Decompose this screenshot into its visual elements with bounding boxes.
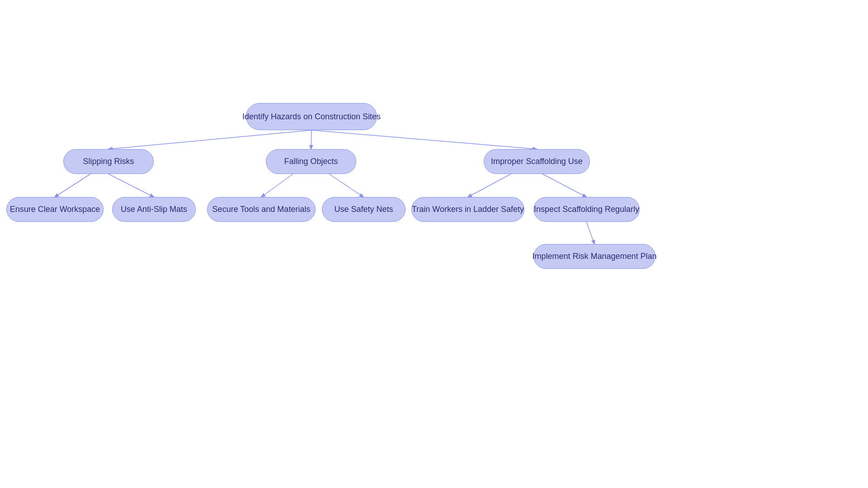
svg-line-7 xyxy=(468,174,511,197)
svg-line-8 xyxy=(542,174,586,197)
node-root-label: Identify Hazards on Construction Sites xyxy=(242,112,381,122)
node-ensure-label: Ensure Clear Workspace xyxy=(10,205,100,214)
svg-line-9 xyxy=(586,222,594,244)
node-improper: Improper Scaffolding Use xyxy=(484,149,590,174)
node-antislip-label: Use Anti-Slip Mats xyxy=(121,205,187,214)
node-improper-label: Improper Scaffolding Use xyxy=(491,157,583,166)
node-safety-nets-label: Use Safety Nets xyxy=(334,205,393,214)
node-train: Train Workers in Ladder Safety xyxy=(411,197,524,222)
node-secure: Secure Tools and Materials xyxy=(207,197,316,222)
connections-svg xyxy=(0,0,868,488)
node-implement-label: Implement Risk Management Plan xyxy=(532,252,656,261)
node-root: Identify Hazards on Construction Sites xyxy=(246,103,377,130)
node-inspect: Inspect Scaffolding Regularly xyxy=(533,197,640,222)
diagram-container: Identify Hazards on Construction Sites S… xyxy=(0,0,868,488)
node-implement: Implement Risk Management Plan xyxy=(533,244,656,269)
node-inspect-label: Inspect Scaffolding Regularly xyxy=(534,205,639,214)
svg-line-4 xyxy=(108,174,154,197)
node-ensure: Ensure Clear Workspace xyxy=(6,197,104,222)
node-safety-nets: Use Safety Nets xyxy=(322,197,406,222)
node-secure-label: Secure Tools and Materials xyxy=(212,205,311,214)
node-train-label: Train Workers in Ladder Safety xyxy=(412,205,524,214)
svg-line-3 xyxy=(55,174,90,197)
node-falling-label: Falling Objects xyxy=(284,157,338,166)
node-slipping-label: Slipping Risks xyxy=(83,157,134,166)
node-antislip: Use Anti-Slip Mats xyxy=(112,197,196,222)
svg-line-0 xyxy=(108,130,311,149)
node-falling: Falling Objects xyxy=(266,149,356,174)
svg-line-5 xyxy=(261,174,293,197)
node-slipping: Slipping Risks xyxy=(63,149,154,174)
svg-line-6 xyxy=(329,174,363,197)
svg-line-2 xyxy=(311,130,537,149)
svg-line-1 xyxy=(311,130,311,149)
